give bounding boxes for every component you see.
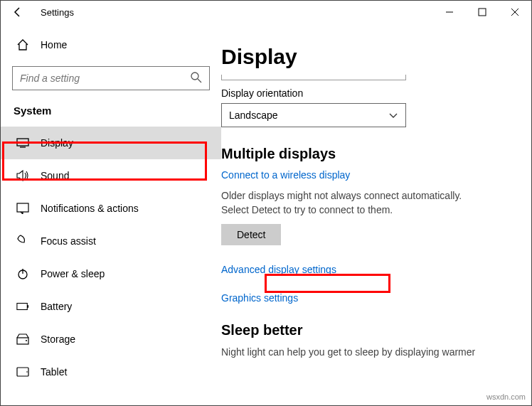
sidebar-item-notifications[interactable]: Notifications & actions bbox=[1, 192, 221, 225]
sidebar-item-label: Home bbox=[41, 39, 67, 50]
sidebar-item-label: Display bbox=[41, 137, 73, 149]
close-button[interactable] bbox=[499, 1, 531, 23]
sidebar-item-label: Battery bbox=[41, 301, 72, 312]
orientation-label: Display orientation bbox=[221, 87, 516, 99]
watermark: wsxdn.com bbox=[486, 392, 526, 401]
sidebar-item-label: Storage bbox=[41, 333, 75, 345]
svg-rect-1 bbox=[479, 9, 486, 16]
maximize-button[interactable] bbox=[466, 1, 499, 23]
chevron-down-icon bbox=[388, 110, 398, 120]
svg-point-16 bbox=[26, 371, 28, 373]
sound-icon bbox=[16, 170, 29, 181]
window-title: Settings bbox=[35, 7, 433, 18]
sleep-better-heading: Sleep better bbox=[221, 322, 516, 338]
back-button[interactable] bbox=[1, 6, 35, 18]
search-icon bbox=[190, 71, 203, 84]
svg-rect-6 bbox=[17, 139, 28, 146]
sleep-better-text: Night light can help you get to sleep by… bbox=[221, 346, 506, 360]
display-icon bbox=[16, 138, 29, 148]
sidebar-section-label: System bbox=[1, 100, 221, 127]
notifications-icon bbox=[16, 203, 29, 214]
svg-point-4 bbox=[191, 73, 198, 80]
power-icon bbox=[16, 267, 29, 280]
sidebar-item-label: Focus assist bbox=[41, 235, 96, 247]
sidebar-item-label: Tablet bbox=[41, 366, 67, 378]
content-pane: Display Display orientation Landscape Mu… bbox=[221, 23, 531, 405]
detect-button[interactable]: Detect bbox=[221, 224, 281, 245]
graphics-settings-link[interactable]: Graphics settings bbox=[221, 292, 516, 304]
minimize-button[interactable] bbox=[433, 1, 466, 23]
orientation-select[interactable]: Landscape bbox=[221, 103, 406, 127]
tablet-icon bbox=[16, 367, 29, 377]
slider-decoration bbox=[221, 75, 406, 80]
wireless-display-link[interactable]: Connect to a wireless display bbox=[221, 169, 516, 181]
sidebar-item-home[interactable]: Home bbox=[1, 31, 221, 59]
sidebar-item-label: Sound bbox=[41, 170, 69, 181]
battery-icon bbox=[16, 302, 29, 311]
home-icon bbox=[16, 38, 29, 51]
sidebar-item-power-sleep[interactable]: Power & sleep bbox=[1, 257, 221, 290]
advanced-display-settings-link[interactable]: Advanced display settings bbox=[221, 264, 516, 275]
sidebar-item-label: Notifications & actions bbox=[41, 203, 139, 214]
svg-line-5 bbox=[198, 79, 201, 82]
sidebar-item-battery[interactable]: Battery bbox=[1, 290, 221, 323]
sidebar-item-focus-assist[interactable]: Focus assist bbox=[1, 225, 221, 257]
focus-assist-icon bbox=[16, 235, 29, 247]
sidebar-item-storage[interactable]: Storage bbox=[1, 323, 221, 356]
sidebar: Home System Display Sound Notifications … bbox=[1, 23, 221, 405]
orientation-value: Landscape bbox=[229, 109, 278, 121]
search-input[interactable] bbox=[12, 66, 210, 90]
storage-icon bbox=[16, 333, 29, 345]
sidebar-item-sound[interactable]: Sound bbox=[1, 159, 221, 192]
older-displays-text: Older displays might not always connect … bbox=[221, 189, 470, 217]
svg-point-14 bbox=[26, 340, 27, 341]
sidebar-item-label: Power & sleep bbox=[41, 268, 105, 279]
sidebar-item-display[interactable]: Display bbox=[1, 127, 221, 159]
svg-rect-12 bbox=[27, 305, 28, 308]
multiple-displays-heading: Multiple displays bbox=[221, 146, 516, 162]
svg-rect-8 bbox=[17, 203, 28, 212]
svg-rect-11 bbox=[17, 304, 27, 310]
page-title: Display bbox=[221, 45, 516, 69]
sidebar-item-tablet[interactable]: Tablet bbox=[1, 356, 221, 388]
